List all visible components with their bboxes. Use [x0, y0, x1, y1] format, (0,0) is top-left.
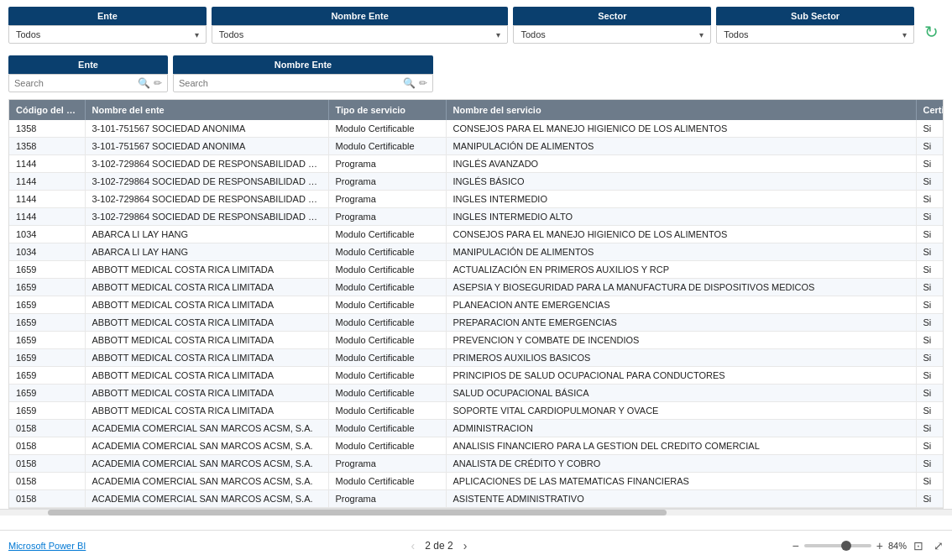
- cell-servicio: ACTUALIZACIÓN EN PRIMEROS AUXILIOS Y RCP: [446, 261, 916, 279]
- cell-tipo: Modulo Certificable: [328, 226, 446, 243]
- cell-codigo: 1358: [9, 138, 85, 155]
- table-row[interactable]: 0158 ACADEMIA COMERCIAL SAN MARCOS ACSM,…: [9, 455, 944, 473]
- table-row[interactable]: 0158 ACADEMIA COMERCIAL SAN MARCOS ACSM,…: [9, 420, 944, 437]
- cell-codigo: 1358: [9, 120, 85, 138]
- cell-cert: Si: [916, 155, 944, 173]
- cell-servicio: CONSEJOS PARA EL MANEJO HIGIENICO DE LOS…: [446, 120, 916, 138]
- table-row[interactable]: 1144 3-102-729864 SOCIEDAD DE RESPONSABI…: [9, 155, 944, 173]
- cell-cert: Si: [916, 473, 944, 490]
- powerbi-link[interactable]: Microsoft Power BI: [8, 541, 86, 551]
- zoom-minus-button[interactable]: −: [792, 539, 799, 552]
- cell-nombre: ACADEMIA COMERCIAL SAN MARCOS ACSM, S.A.: [85, 455, 328, 473]
- table-row[interactable]: 1144 3-102-729864 SOCIEDAD DE RESPONSABI…: [9, 208, 944, 226]
- table-row[interactable]: 1659 ABBOTT MEDICAL COSTA RICA LIMITADA …: [9, 349, 944, 367]
- cell-nombre: ABBOTT MEDICAL COSTA RICA LIMITADA: [85, 314, 328, 332]
- filter-sector-select-wrapper[interactable]: Todos ▾: [513, 25, 711, 44]
- page-indicator: 2 de 2: [425, 540, 452, 552]
- col-header-nombre[interactable]: Nombre del ente: [85, 100, 328, 120]
- search-ente-wrapper[interactable]: 🔍 ✏: [8, 74, 168, 92]
- cell-nombre: ABBOTT MEDICAL COSTA RICA LIMITADA: [85, 332, 328, 349]
- cell-nombre: ABBOTT MEDICAL COSTA RICA LIMITADA: [85, 296, 328, 314]
- search-nombre-ente-group: Nombre Ente 🔍 ✏: [173, 55, 433, 92]
- filter-sub-sector-label: Sub Sector: [716, 7, 914, 25]
- filter-nombre-ente-label: Nombre Ente: [212, 7, 509, 25]
- table-row[interactable]: 1144 3-102-729864 SOCIEDAD DE RESPONSABI…: [9, 191, 944, 208]
- search-nombre-ente-input[interactable]: [179, 78, 401, 88]
- zoom-slider[interactable]: [804, 544, 871, 547]
- cell-codigo: 1659: [9, 332, 85, 349]
- horizontal-scrollbar[interactable]: [0, 509, 952, 516]
- search-ente-group: Ente 🔍 ✏: [8, 55, 168, 92]
- table-row[interactable]: 1659 ABBOTT MEDICAL COSTA RICA LIMITADA …: [9, 385, 944, 402]
- cell-cert: Si: [916, 455, 944, 473]
- table-row[interactable]: 1659 ABBOTT MEDICAL COSTA RICA LIMITADA …: [9, 402, 944, 420]
- table-row[interactable]: 1659 ABBOTT MEDICAL COSTA RICA LIMITADA …: [9, 367, 944, 385]
- col-header-codigo[interactable]: Código del ente: [9, 100, 85, 120]
- filter-ente-select[interactable]: Todos: [16, 29, 195, 39]
- filter-ente: Ente Todos ▾: [8, 7, 207, 44]
- table-row[interactable]: 1659 ABBOTT MEDICAL COSTA RICA LIMITADA …: [9, 296, 944, 314]
- filter-sector: Sector Todos ▾: [513, 7, 711, 44]
- table-row[interactable]: 1358 3-101-751567 SOCIEDAD ANONIMA Modul…: [9, 120, 944, 138]
- cell-codigo: 0158: [9, 420, 85, 437]
- table-row[interactable]: 1659 ABBOTT MEDICAL COSTA RICA LIMITADA …: [9, 314, 944, 332]
- cell-nombre: ABARCA LI LAY HANG: [85, 243, 328, 261]
- col-header-tipo[interactable]: Tipo de servicio: [328, 100, 446, 120]
- filter-nombre-ente-select[interactable]: Todos: [219, 29, 497, 39]
- search-nombre-ente-wrapper[interactable]: 🔍 ✏: [173, 74, 433, 92]
- cell-servicio: CONSEJOS PARA EL MANEJO HIGIENICO DE LOS…: [446, 226, 916, 243]
- cell-cert: Si: [916, 243, 944, 261]
- filter-sector-select[interactable]: Todos: [520, 29, 699, 39]
- table-row[interactable]: 1659 ABBOTT MEDICAL COSTA RICA LIMITADA …: [9, 261, 944, 279]
- prev-page-button[interactable]: ‹: [408, 539, 419, 552]
- table-row[interactable]: 1144 3-102-729864 SOCIEDAD DE RESPONSABI…: [9, 173, 944, 191]
- table-row[interactable]: 1034 ABARCA LI LAY HANG Modulo Certifica…: [9, 226, 944, 243]
- zoom-thumb[interactable]: [841, 541, 851, 551]
- col-header-cert[interactable]: Certificab: [916, 100, 944, 120]
- cell-codigo: 1659: [9, 279, 85, 296]
- table-row[interactable]: 1358 3-101-751567 SOCIEDAD ANONIMA Modul…: [9, 138, 944, 155]
- filter-nombre-ente-select-wrapper[interactable]: Todos ▾: [212, 25, 509, 44]
- cell-servicio: ANALISTA DE CRÉDITO Y COBRO: [446, 455, 916, 473]
- cell-codigo: 1144: [9, 155, 85, 173]
- expand-icon[interactable]: ⤢: [934, 539, 944, 552]
- table-row[interactable]: 1659 ABBOTT MEDICAL COSTA RICA LIMITADA …: [9, 279, 944, 296]
- cell-tipo: Modulo Certificable: [328, 349, 446, 367]
- table-row[interactable]: 1034 ABARCA LI LAY HANG Modulo Certifica…: [9, 243, 944, 261]
- cell-servicio: ASEPSIA Y BIOSEGURIDAD PARA LA MANUFACTU…: [446, 279, 916, 296]
- cell-tipo: Modulo Certificable: [328, 367, 446, 385]
- filter-ente-select-wrapper[interactable]: Todos ▾: [8, 25, 207, 44]
- cell-codigo: 1659: [9, 296, 85, 314]
- cell-codigo: 1034: [9, 243, 85, 261]
- cell-codigo: 1659: [9, 349, 85, 367]
- cell-cert: Si: [916, 296, 944, 314]
- bottom-bar: Microsoft Power BI ‹ 2 de 2 › − + 84% ⊡ …: [0, 530, 952, 560]
- table-row[interactable]: 0158 ACADEMIA COMERCIAL SAN MARCOS ACSM,…: [9, 473, 944, 490]
- filter-sub-sector-select[interactable]: Todos: [724, 29, 902, 39]
- scrollbar-thumb[interactable]: [48, 510, 667, 516]
- cell-codigo: 1659: [9, 367, 85, 385]
- table-body: 1358 3-101-751567 SOCIEDAD ANONIMA Modul…: [9, 120, 944, 508]
- cell-servicio: PREVENCION Y COMBATE DE INCENDIOS: [446, 332, 916, 349]
- zoom-plus-button[interactable]: +: [876, 539, 883, 552]
- col-header-servicio[interactable]: Nombre del servicio: [446, 100, 916, 120]
- table-row[interactable]: 0158 ACADEMIA COMERCIAL SAN MARCOS ACSM,…: [9, 490, 944, 508]
- cell-tipo: Modulo Certificable: [328, 138, 446, 155]
- fit-page-icon[interactable]: ⊡: [913, 539, 923, 552]
- table-row[interactable]: 1659 ABBOTT MEDICAL COSTA RICA LIMITADA …: [9, 332, 944, 349]
- cell-tipo: Programa: [328, 191, 446, 208]
- filter-sub-sector-select-wrapper[interactable]: Todos ▾: [716, 25, 914, 44]
- filter-ente-label: Ente: [8, 7, 207, 25]
- cell-codigo: 0158: [9, 473, 85, 490]
- cell-tipo: Programa: [328, 173, 446, 191]
- edit-icon[interactable]: ✏: [154, 77, 162, 89]
- zoom-level-label: 84%: [888, 541, 907, 551]
- cell-nombre: ABBOTT MEDICAL COSTA RICA LIMITADA: [85, 402, 328, 420]
- edit-icon[interactable]: ✏: [419, 77, 427, 89]
- cell-cert: Si: [916, 138, 944, 155]
- table-row[interactable]: 0158 ACADEMIA COMERCIAL SAN MARCOS ACSM,…: [9, 437, 944, 455]
- next-page-button[interactable]: ›: [460, 539, 471, 552]
- cell-servicio: PLANEACION ANTE EMERGENCIAS: [446, 296, 916, 314]
- search-ente-input[interactable]: [14, 78, 136, 88]
- refresh-button[interactable]: ↻: [919, 15, 944, 49]
